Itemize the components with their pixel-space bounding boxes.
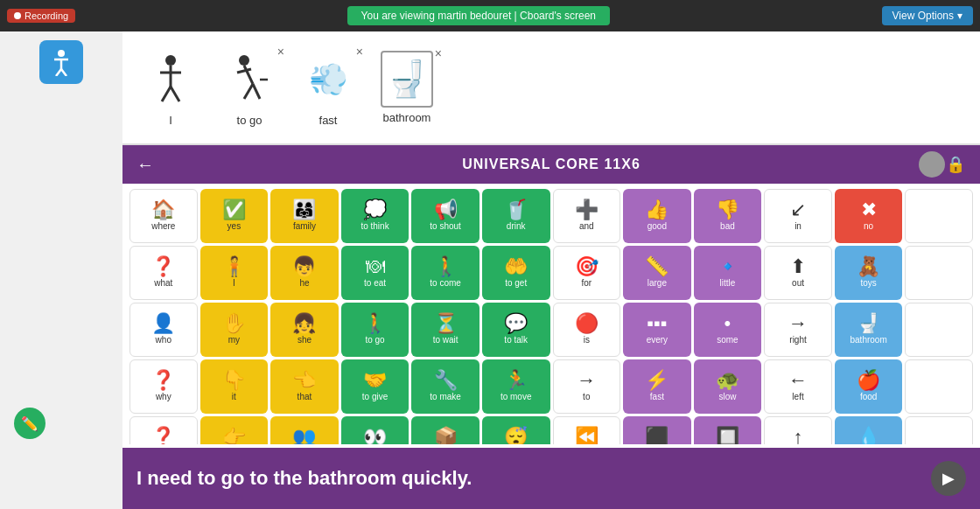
close-fast-icon[interactable]: ×	[356, 45, 363, 59]
grid-cell-r4-c3[interactable]: 👀to watch…	[341, 416, 410, 444]
grid-cell-r4-c4[interactable]: 📦to put	[411, 416, 480, 444]
cell-icon: 👍	[645, 200, 668, 220]
grid-cell-r3-c6[interactable]: →to	[553, 359, 621, 414]
grid-cell-r1-c0[interactable]: ❓what	[130, 246, 198, 300]
grid-cell-r3-c1[interactable]: 👇it	[200, 359, 269, 414]
grid-cell-r2-c2[interactable]: 👧she	[270, 303, 339, 357]
grid-cell-r4-c8[interactable]: 🔲different	[694, 416, 762, 444]
grid-cell-r4-c0[interactable]: ❓when	[130, 416, 198, 444]
cell-label: slow	[718, 392, 736, 402]
lock-icon[interactable]: 🔒	[946, 155, 966, 174]
grid-cell-r3-c10[interactable]: 🍎food	[835, 359, 903, 414]
cell-label: food	[860, 392, 877, 402]
grid-cell-r3-c2[interactable]: 👈that	[270, 359, 339, 414]
close-togo-icon[interactable]: ×	[277, 45, 284, 59]
grid-cell-r2-c6[interactable]: 🔴is	[553, 303, 621, 357]
grid-cell-r0-c3[interactable]: 💭to think	[341, 189, 410, 243]
cell-label: out	[792, 278, 804, 289]
cell-icon: 🍎	[857, 371, 880, 390]
grid-cell-r0-c10[interactable]: ✖no	[835, 189, 903, 243]
grid-cell-r2-c5[interactable]: 💬to talk	[482, 303, 550, 357]
symbol-icon-I	[144, 49, 197, 110]
grid-cell-r3-c4[interactable]: 🔧to make	[411, 359, 480, 414]
grid-cell-r2-c8[interactable]: •some	[694, 303, 762, 357]
grid-cell-r0-c9[interactable]: ↙in	[764, 189, 832, 243]
back-arrow-icon[interactable]: ←	[136, 155, 155, 175]
cell-icon: ❓	[151, 428, 175, 444]
grid-cell-r0-c6[interactable]: ➕and	[553, 189, 621, 243]
cell-label: to think	[360, 221, 388, 232]
cell-label: to come	[430, 278, 461, 289]
edit-button[interactable]: ✏️	[14, 408, 46, 439]
symbol-label-fast: fast	[319, 114, 338, 127]
play-button[interactable]: ▶	[931, 461, 966, 496]
grid-cell-r3-c8[interactable]: 🐢slow	[694, 359, 762, 414]
svg-line-13	[244, 84, 253, 99]
grid-cell-r0-c8[interactable]: 👎bad	[694, 189, 762, 243]
cell-icon: ➕	[575, 200, 598, 220]
cell-label: some	[717, 335, 738, 345]
grid-cell-r0-c2[interactable]: 👨‍👩‍👧family	[270, 189, 339, 243]
symbol-item-I[interactable]: I	[140, 49, 201, 127]
grid-cell-r2-c10[interactable]: 🚽bathroom	[835, 303, 903, 357]
symbol-label-bathroom: bathroom	[383, 111, 431, 124]
grid-cell-r0-c4[interactable]: 📢to shout	[411, 189, 480, 243]
cell-icon: 🚶	[363, 314, 387, 333]
grid-cell-r4-c2[interactable]: 👥they	[270, 416, 339, 444]
grid-cell-r4-c10[interactable]: 💧water	[835, 416, 903, 444]
cell-icon: 📏	[645, 257, 668, 276]
grid-cell-r1-c8[interactable]: 🔹little	[694, 246, 762, 300]
grid-cell-r1-c6[interactable]: 🎯for	[553, 246, 621, 300]
cell-icon: 🍽	[366, 257, 385, 276]
grid-cell-r1-c9[interactable]: ⬆out	[764, 246, 832, 300]
grid-cell-r0-c0[interactable]: 🏠where	[130, 189, 198, 243]
grid-cell-r4-c1[interactable]: 👉you	[200, 416, 269, 444]
grid-cell-r0-c5[interactable]: 🥤drink	[482, 189, 550, 243]
cell-label: she	[298, 335, 312, 345]
user-avatar	[919, 151, 945, 178]
grid-cell-r2-c7[interactable]: ▪▪▪every	[623, 303, 691, 357]
grid-spacer-2	[905, 303, 973, 357]
grid-cell-r2-c3[interactable]: 🚶to go	[341, 303, 410, 357]
grid-cell-r1-c1[interactable]: 🧍I	[200, 246, 269, 300]
grid-cell-r3-c7[interactable]: ⚡fast	[623, 359, 691, 414]
grid-cell-r4-c6[interactable]: ⏪was	[553, 416, 621, 444]
sidebar-accessibility-icon[interactable]	[39, 40, 83, 84]
recording-label: Recording	[24, 10, 68, 21]
grid-cell-r3-c0[interactable]: ❓why	[130, 359, 198, 414]
grid-cell-r1-c10[interactable]: 🧸toys	[835, 246, 903, 300]
cell-icon: 📢	[434, 200, 458, 220]
symbol-item-fast[interactable]: × 💨 fast	[298, 49, 359, 127]
grid-cell-r0-c1[interactable]: ✅yes	[200, 189, 269, 243]
grid-cell-r3-c3[interactable]: 🤝to give	[341, 359, 410, 414]
cell-icon: 🥤	[504, 200, 528, 220]
grid-cell-r1-c7[interactable]: 📏large	[623, 246, 691, 300]
symbol-item-bathroom[interactable]: × 🚽 bathroom	[376, 51, 438, 124]
grid-cell-r4-c7[interactable]: ⬛same	[623, 416, 691, 444]
grid-cell-r1-c3[interactable]: 🍽to eat	[341, 246, 410, 300]
cell-icon: 👇	[222, 371, 246, 390]
cell-icon: ⚡	[645, 371, 668, 390]
grid-cell-r0-c7[interactable]: 👍good	[623, 189, 691, 243]
cell-label: bathroom	[850, 335, 886, 345]
grid-cell-r2-c1[interactable]: ✋my	[200, 303, 269, 357]
grid-cell-r1-c2[interactable]: 👦he	[270, 246, 339, 300]
grid-cell-r3-c5[interactable]: 🏃to move	[482, 359, 550, 414]
grid-spacer-4	[905, 416, 973, 444]
cell-icon: 🏠	[151, 200, 175, 220]
grid-cell-r4-c5[interactable]: 😴to rest	[482, 416, 550, 444]
grid-cell-r2-c9[interactable]: →right	[764, 303, 832, 357]
cell-label: right	[789, 335, 806, 345]
grid-cell-r2-c4[interactable]: ⏳to wait	[411, 303, 480, 357]
view-options-button[interactable]: View Options ▾	[882, 6, 973, 25]
grid-cell-r4-c9[interactable]: ↑up	[764, 416, 832, 444]
cell-icon: →	[577, 371, 596, 390]
symbol-icon-togo	[223, 49, 276, 110]
top-bar: Recording You are viewing martin bedoure…	[0, 0, 980, 31]
grid-cell-r2-c0[interactable]: 👤who	[130, 303, 198, 357]
grid-cell-r3-c9[interactable]: ←left	[764, 359, 832, 414]
close-bathroom-icon[interactable]: ×	[435, 46, 442, 60]
symbol-item-togo[interactable]: × to go	[219, 49, 280, 127]
grid-cell-r1-c4[interactable]: 🚶to come	[411, 246, 480, 300]
grid-cell-r1-c5[interactable]: 🤲to get	[482, 246, 550, 300]
